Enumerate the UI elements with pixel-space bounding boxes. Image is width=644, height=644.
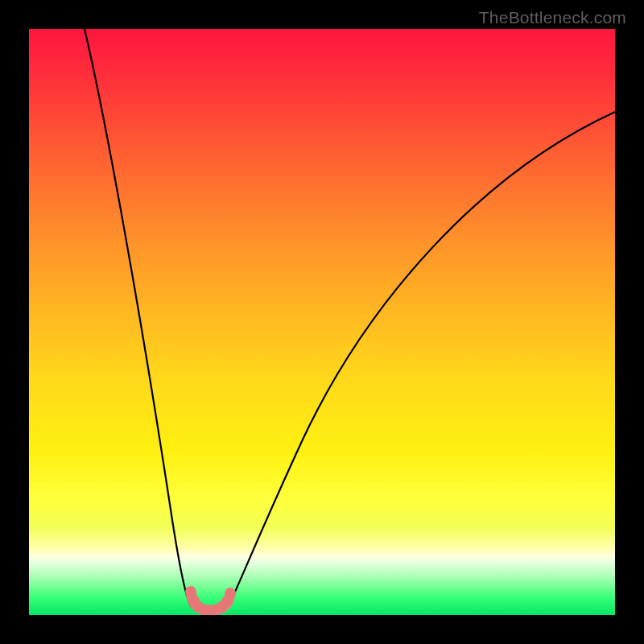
watermark-text: TheBottleneck.com [479,8,626,27]
plot-area [29,29,615,615]
chart-frame: TheBottleneck.com [0,0,644,644]
chart-svg [29,29,615,615]
svg-point-7 [225,588,236,599]
curve-right-branch [228,112,615,607]
curve-left-branch [85,29,192,607]
marker-dots [185,586,236,615]
